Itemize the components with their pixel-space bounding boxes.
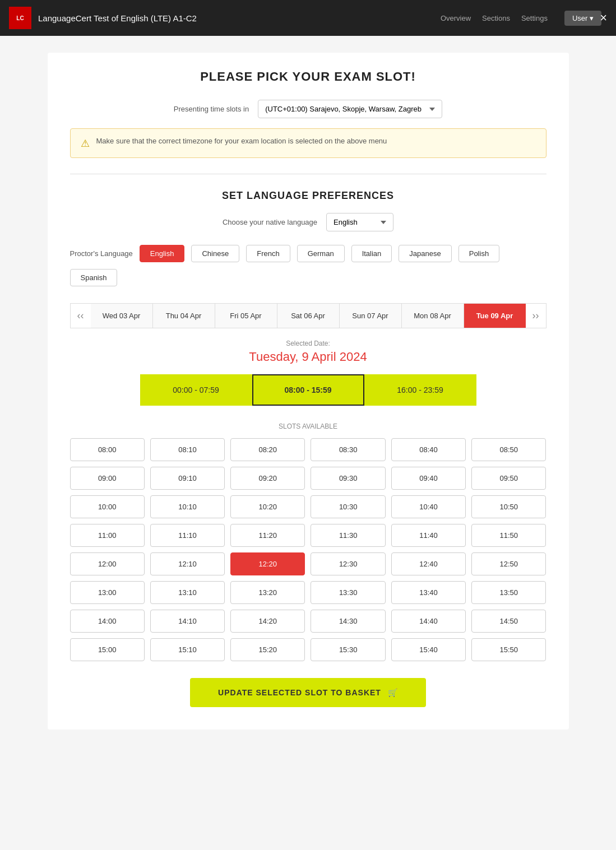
date-cell-sat[interactable]: Sat 06 Apr	[277, 304, 339, 328]
slot-1210[interactable]: 12:10	[150, 552, 225, 575]
slot-1340[interactable]: 13:40	[391, 581, 466, 604]
slot-1440[interactable]: 14:40	[391, 610, 466, 633]
top-bar: LC LanguageCert Test of English (LTE) A1…	[0, 0, 616, 36]
slot-1030[interactable]: 10:30	[311, 495, 385, 518]
slot-0910[interactable]: 09:10	[150, 467, 225, 490]
slot-1020[interactable]: 10:20	[230, 495, 305, 518]
native-language-row: Choose your native language EnglishChine…	[70, 213, 546, 231]
slot-0950[interactable]: 09:50	[471, 467, 546, 490]
basket-btn-wrapper: UPDATE SELECTED SLOT TO BASKET 🛒	[70, 678, 546, 707]
timezone-row: Presenting time slots in (UTC+01:00) Sar…	[70, 100, 546, 118]
slot-1530[interactable]: 15:30	[311, 638, 385, 661]
slot-1250[interactable]: 12:50	[471, 552, 546, 575]
slot-1130[interactable]: 11:30	[311, 524, 385, 547]
slot-0900[interactable]: 09:00	[70, 467, 145, 490]
date-cell-wed[interactable]: Wed 03 Apr	[91, 304, 152, 328]
lang-btn-polish[interactable]: Polish	[458, 245, 499, 262]
nav-sections[interactable]: Sections	[482, 14, 510, 22]
timezone-label: Presenting time slots in	[174, 105, 249, 113]
lang-btn-japanese[interactable]: Japanese	[399, 245, 451, 262]
date-cell-fri[interactable]: Fri 05 Apr	[215, 304, 277, 328]
slot-1500[interactable]: 15:00	[70, 638, 145, 661]
slot-1230[interactable]: 12:30	[311, 552, 385, 575]
basket-btn-label: UPDATE SELECTED SLOT TO BASKET	[218, 688, 381, 697]
date-cell-mon[interactable]: Mon 08 Apr	[401, 304, 464, 328]
slot-1010[interactable]: 10:10	[150, 495, 225, 518]
slot-1100[interactable]: 11:00	[70, 524, 145, 547]
lang-btn-spanish[interactable]: Spanish	[70, 269, 118, 286]
nav-settings[interactable]: Settings	[521, 14, 548, 22]
slot-0830[interactable]: 08:30	[311, 438, 385, 461]
slot-0800[interactable]: 08:00	[70, 438, 145, 461]
timezone-select[interactable]: (UTC+01:00) Sarajevo, Skopje, Warsaw, Za…	[258, 100, 442, 118]
logo: LC	[9, 7, 31, 29]
lang-btn-chinese[interactable]: Chinese	[191, 245, 239, 262]
time-range-1600[interactable]: 16:00 - 23:59	[364, 374, 476, 406]
date-cell-sun[interactable]: Sun 07 Apr	[339, 304, 401, 328]
update-basket-button[interactable]: UPDATE SELECTED SLOT TO BASKET 🛒	[190, 678, 426, 707]
slot-1350[interactable]: 13:50	[471, 581, 546, 604]
basket-icon: 🛒	[388, 688, 398, 697]
slot-1200[interactable]: 12:00	[70, 552, 145, 575]
lang-btn-german[interactable]: German	[297, 245, 345, 262]
nav-overview[interactable]: Overview	[441, 14, 471, 22]
native-language-label: Choose your native language	[223, 218, 317, 226]
date-nav-wrapper: ‹‹ Wed 03 Apr Thu 04 Apr Fri 05 Apr Sat …	[70, 303, 546, 328]
slot-0940[interactable]: 09:40	[391, 467, 466, 490]
lang-btn-french[interactable]: French	[246, 245, 290, 262]
date-prev-arrow[interactable]: ‹‹	[71, 304, 91, 328]
slot-1040[interactable]: 10:40	[391, 495, 466, 518]
proctor-label: Proctor's Language	[70, 249, 133, 258]
main-content: PLEASE PICK YOUR EXAM SLOT! Presenting t…	[48, 53, 569, 730]
slot-0920[interactable]: 09:20	[230, 467, 305, 490]
warning-icon: ⚠	[81, 137, 90, 150]
slot-1550[interactable]: 15:50	[471, 638, 546, 661]
section-divider	[70, 174, 546, 174]
slot-1050[interactable]: 10:50	[471, 495, 546, 518]
warning-banner: ⚠ Make sure that the correct timezone fo…	[70, 128, 546, 158]
slot-1410[interactable]: 14:10	[150, 610, 225, 633]
slot-1420[interactable]: 14:20	[230, 610, 305, 633]
close-button[interactable]: ×	[600, 11, 607, 25]
slot-1140[interactable]: 11:40	[391, 524, 466, 547]
slot-1000[interactable]: 10:00	[70, 495, 145, 518]
slot-0820[interactable]: 08:20	[230, 438, 305, 461]
warning-text: Make sure that the correct timezone for …	[96, 137, 387, 145]
slot-1310[interactable]: 13:10	[150, 581, 225, 604]
slot-0840[interactable]: 08:40	[391, 438, 466, 461]
slot-1220[interactable]: 12:20	[230, 552, 305, 575]
slot-0930[interactable]: 09:30	[311, 467, 385, 490]
slot-0810[interactable]: 08:10	[150, 438, 225, 461]
slot-1300[interactable]: 13:00	[70, 581, 145, 604]
slot-1400[interactable]: 14:00	[70, 610, 145, 633]
slot-1110[interactable]: 11:10	[150, 524, 225, 547]
slot-1450[interactable]: 14:50	[471, 610, 546, 633]
time-range-0000[interactable]: 00:00 - 07:59	[140, 374, 252, 406]
slot-1330[interactable]: 13:30	[311, 581, 385, 604]
top-bar-nav: Overview Sections Settings	[441, 14, 548, 22]
language-section-title: SET LANGUAGE PREFERENCES	[70, 190, 546, 202]
selected-date-label: Selected Date:	[70, 340, 546, 347]
slot-0850[interactable]: 08:50	[471, 438, 546, 461]
date-next-arrow[interactable]: ››	[526, 304, 546, 328]
slot-1120[interactable]: 11:20	[230, 524, 305, 547]
time-range-tabs: 00:00 - 07:59 08:00 - 15:59 16:00 - 23:5…	[70, 374, 546, 406]
proctor-row: Proctor's Language English Chinese Frenc…	[70, 245, 546, 286]
slot-1320[interactable]: 13:20	[230, 581, 305, 604]
native-language-select[interactable]: EnglishChineseFrenchGermanItalianJapanes…	[326, 213, 393, 231]
date-cell-thu[interactable]: Thu 04 Apr	[152, 304, 215, 328]
slots-info: SLOTS AVAILABLE	[70, 422, 546, 430]
slot-1510[interactable]: 15:10	[150, 638, 225, 661]
slot-1520[interactable]: 15:20	[230, 638, 305, 661]
slot-1240[interactable]: 12:40	[391, 552, 466, 575]
page-title: PLEASE PICK YOUR EXAM SLOT!	[70, 69, 546, 84]
slot-1150[interactable]: 11:50	[471, 524, 546, 547]
user-menu[interactable]: User ▾	[564, 11, 601, 26]
time-range-0800[interactable]: 08:00 - 15:59	[252, 374, 364, 406]
date-nav: ‹‹ Wed 03 Apr Thu 04 Apr Fri 05 Apr Sat …	[70, 303, 546, 328]
date-cell-tue[interactable]: Tue 09 Apr	[464, 304, 526, 328]
slot-1430[interactable]: 14:30	[311, 610, 385, 633]
slot-1540[interactable]: 15:40	[391, 638, 466, 661]
lang-btn-italian[interactable]: Italian	[351, 245, 392, 262]
lang-btn-english[interactable]: English	[140, 245, 185, 262]
